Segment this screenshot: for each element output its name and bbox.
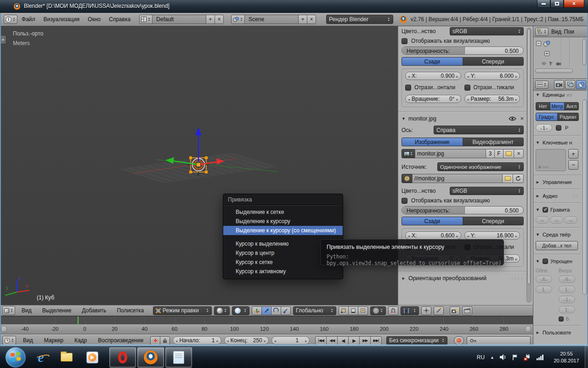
audio-panel-header[interactable]: Аудио:: — [536, 193, 579, 199]
custom-props-panel-header[interactable]: Пользовате — [536, 330, 579, 335]
filepath-field[interactable]: //monitor.jpg — [412, 174, 503, 183]
taskbar-wmp-icon[interactable]: ▶ — [84, 348, 101, 367]
delete-scene-button[interactable] — [307, 15, 316, 24]
menu-help[interactable]: Справка — [109, 16, 130, 23]
tab-movie[interactable]: Видеофрагмент — [463, 138, 524, 146]
list-filter-icons[interactable]: ⊕ ══ — [538, 165, 548, 169]
editor-type-button[interactable] — [2, 306, 15, 315]
scrollbar[interactable] — [582, 99, 587, 295]
offset-y-field[interactable]: Y:16.900 — [464, 231, 520, 240]
keying-lock-button[interactable] — [160, 336, 170, 345]
menu-file[interactable]: Файл — [22, 16, 35, 23]
menu-frame[interactable]: Кадр — [74, 337, 87, 344]
editor-type-button[interactable] — [4, 15, 17, 24]
scroller-left-cap[interactable] — [1, 326, 7, 333]
editor-type-button[interactable] — [2, 336, 16, 345]
minimize-button[interactable] — [537, 0, 550, 8]
source-dropdown[interactable]: Одиночное изображение — [437, 162, 524, 171]
simplify-field[interactable]: 6 — [559, 276, 575, 283]
outliner-menu-view[interactable]: Вид — [551, 29, 561, 35]
keying-sets-panel-header[interactable]: Ключевые н — [536, 140, 579, 145]
end-frame-field[interactable]: Конец:250 — [224, 336, 269, 345]
simplify-flag-checkbox[interactable] — [559, 316, 564, 322]
menu-playback[interactable]: Воспроизведение — [98, 337, 143, 344]
transform-orientations-panel[interactable]: Ориентации преобразований :::: — [401, 275, 524, 282]
menu-item-selection-to-cursor-offset[interactable]: Выделение к курсору (со смещениями) — [223, 226, 343, 235]
menu-mesh[interactable]: Полисетка — [117, 307, 144, 314]
action-center-flag-icon[interactable] — [512, 354, 518, 360]
timeline-track-area[interactable] — [0, 316, 533, 324]
play-reverse-button[interactable]: ◀ — [337, 336, 349, 345]
opacity-slider[interactable]: Непрозрачность: 0.500 — [401, 206, 524, 214]
show-as-render-checkbox[interactable] — [401, 38, 407, 44]
horizontal-scrollbar[interactable] — [535, 69, 573, 73]
show-hidden-icons-button[interactable]: ▲ — [490, 355, 494, 360]
power-plug-icon[interactable] — [524, 354, 531, 361]
show-as-render-checkbox[interactable] — [401, 198, 407, 204]
front-toggle[interactable]: Спереди — [463, 57, 524, 66]
axis-dropdown[interactable]: Справа — [434, 126, 524, 134]
image-type-button[interactable] — [401, 149, 415, 158]
translate-manipulator-button[interactable] — [261, 306, 271, 315]
scrollbar-thumb[interactable] — [527, 29, 531, 284]
colorspace-dropdown[interactable]: sRGB — [450, 187, 524, 195]
manipulate-origins-button[interactable] — [434, 306, 444, 315]
units-degrees-button[interactable]: Градус — [536, 113, 558, 121]
flip-vertical-checkbox[interactable] — [464, 85, 470, 91]
delete-layout-button[interactable] — [215, 15, 224, 24]
units-imperial-button[interactable]: Англ — [564, 102, 579, 110]
shading-dropdown[interactable] — [214, 306, 230, 315]
sync-dropdown[interactable]: Без синхронизации — [386, 336, 447, 345]
simplify-field[interactable]: 1. — [559, 286, 575, 293]
manipulator-x-head[interactable] — [216, 158, 224, 165]
menu-item-selection-to-cursor[interactable]: Выделение к курсору — [223, 217, 343, 226]
path-icon-button[interactable] — [401, 174, 413, 183]
play-button[interactable]: ▶ — [348, 336, 360, 345]
jump-to-start-button[interactable]: |◀◀ — [315, 336, 327, 345]
back-toggle[interactable]: Сзади — [401, 217, 463, 225]
add-keying-set-button[interactable] — [568, 149, 578, 159]
simplify-field[interactable]: 6 — [536, 276, 552, 283]
colorspace-dropdown[interactable]: sRGB — [450, 27, 524, 35]
outliner-menu-search[interactable]: Пои — [564, 29, 574, 35]
volume-icon[interactable] — [500, 354, 507, 360]
taskbar-blender-button[interactable] — [137, 347, 164, 368]
window-titlebar[interactable]: Blender* [D:\МОИ МОДЕЛИ\USSA\Jelezniakov… — [0, 0, 588, 13]
panel-grip-icon[interactable]: :::: — [511, 276, 524, 281]
snap-target-button[interactable] — [421, 306, 431, 315]
scroller-right-cap[interactable] — [525, 326, 531, 333]
outliner-scene-row[interactable]: − — [536, 40, 550, 46]
next-keyframe-button[interactable]: ▶▶ — [359, 336, 371, 345]
fake-user-button[interactable]: F — [494, 149, 503, 158]
scene-name-field[interactable]: Scene — [244, 15, 299, 24]
vertex-select-button[interactable] — [339, 306, 349, 315]
menu-window[interactable]: Окно — [88, 16, 101, 23]
units-none-button[interactable]: Нет — [536, 102, 550, 110]
taskbar-notepad-button[interactable] — [165, 347, 192, 368]
snap-element-dropdown[interactable] — [401, 306, 419, 315]
gravity-z-field[interactable] — [564, 216, 577, 224]
open-image-button[interactable] — [503, 149, 514, 158]
taskbar-clock[interactable]: 20:55 20.08.2017 — [549, 351, 583, 364]
collapse-icon[interactable]: − — [536, 41, 541, 46]
scale-manipulator-button[interactable] — [281, 306, 291, 315]
rotation-field[interactable]: Вращение:0° — [405, 95, 461, 103]
simplify-panel-header[interactable]: Упрощен — [536, 259, 579, 264]
face-select-button[interactable] — [358, 306, 368, 315]
opacity-slider[interactable]: Непрозрачность: 0.500 — [401, 46, 524, 55]
flip-horizontal-checkbox[interactable] — [405, 85, 411, 91]
layout-name-field[interactable]: Default — [152, 15, 206, 24]
menu-add[interactable]: Добавить — [82, 307, 106, 314]
proportional-edit-dropdown[interactable] — [370, 306, 386, 315]
toolshelf-expand-tab[interactable] — [0, 35, 6, 44]
keying-set-field[interactable] — [467, 336, 531, 345]
remove-image-icon[interactable] — [520, 116, 524, 121]
units-panel-header[interactable]: Единицы из — [536, 92, 579, 98]
menu-marker[interactable]: Маркер — [44, 337, 63, 344]
expand-icon[interactable]: + — [544, 51, 549, 56]
scrollbar[interactable] — [526, 28, 531, 303]
users-count-button[interactable]: 3 — [486, 149, 495, 158]
manipulator-center[interactable] — [197, 163, 200, 167]
manipulator-toggle-button[interactable] — [252, 306, 262, 315]
scene-icon-button[interactable] — [231, 15, 245, 24]
